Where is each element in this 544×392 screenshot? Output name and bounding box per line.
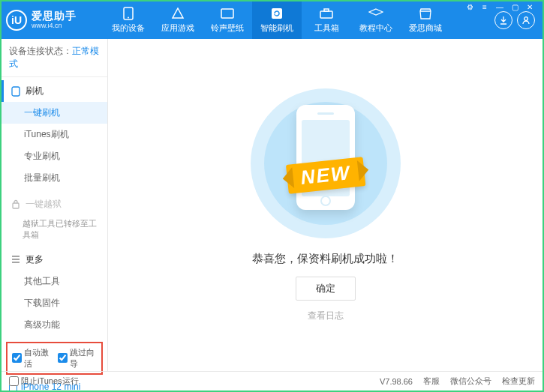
lock-icon [11,199,21,210]
sidebar-item-batch-flash[interactable]: 批量刷机 [2,167,107,189]
section-title: 刷机 [26,85,44,97]
check-update-link[interactable]: 检查更新 [502,376,535,387]
svg-point-6 [524,17,528,21]
wallpaper-icon [220,7,235,20]
body: 设备连接状态：正常模式 刷机 一键刷机 iTunes刷机 专业刷机 批量刷机 一… [2,39,542,371]
svg-rect-3 [272,8,282,19]
ok-button[interactable]: 确定 [296,277,356,301]
checkbox-auto-activate[interactable]: 自动激活 [12,347,52,370]
download-button[interactable] [494,11,512,29]
checkbox-label: 阻止iTunes运行 [21,376,79,387]
maximize-icon[interactable]: ▢ [509,3,520,11]
graduation-icon [368,7,383,20]
nav-ringtone-wallpaper[interactable]: 铃声壁纸 [203,1,252,39]
checkbox-label: 跳过向导 [70,347,98,370]
app-title: 爱思助手 [32,10,77,22]
close-icon[interactable]: ✕ [524,3,535,11]
nav-label: 应用游戏 [161,22,194,34]
checkbox-label: 自动激活 [24,347,52,370]
store-icon [418,7,433,20]
nav-label: 我的设备 [112,22,145,34]
refresh-icon [269,7,284,20]
top-nav: 我的设备 应用游戏 铃声壁纸 智能刷机 工具箱 教程中心 [104,1,494,39]
menu-icon[interactable]: ≡ [479,3,490,11]
wechat-link[interactable]: 微信公众号 [450,376,491,387]
success-message: 恭喜您，保资料刷机成功啦！ [252,252,398,266]
section-jailbreak: 一键越狱 越狱工具已转移至工具箱 [2,190,107,246]
sidebar-item-other-tools[interactable]: 其他工具 [2,271,107,292]
version-label: V7.98.66 [380,377,413,386]
svg-rect-2 [221,9,233,18]
nav-smart-flash[interactable]: 智能刷机 [252,1,302,39]
conn-label: 设备连接状态： [9,46,72,56]
section-title: 更多 [26,253,44,266]
section-head-more[interactable]: 更多 [2,249,107,271]
settings-icon[interactable]: ⚙ [464,3,475,11]
section-head-jailbreak[interactable]: 一键越狱 [2,193,107,215]
section-title: 一键越狱 [26,198,62,211]
logo-icon: iU [6,10,27,31]
nav-tutorials[interactable]: 教程中心 [351,1,401,39]
nav-label: 工具箱 [314,22,339,34]
nav-my-device[interactable]: 我的设备 [104,1,153,39]
app-logo: iU 爱思助手 www.i4.cn [6,10,104,31]
nav-label: 爱思商城 [409,22,442,34]
jailbreak-note: 越狱工具已转移至工具箱 [23,218,98,241]
sidebar-item-download-firmware[interactable]: 下载固件 [2,292,107,314]
nav-apps-games[interactable]: 应用游戏 [153,1,203,39]
view-log-link[interactable]: 查看日志 [308,310,344,322]
svg-rect-4 [320,11,332,18]
checkbox-skip-guide[interactable]: 跳过向导 [58,347,98,370]
app-window: ⚙ ≡ — ▢ ✕ iU 爱思助手 www.i4.cn 我的设备 应用游戏 铃声 [0,0,544,392]
sidebar: 设备连接状态：正常模式 刷机 一键刷机 iTunes刷机 专业刷机 批量刷机 一… [2,39,108,371]
svg-rect-5 [324,9,329,11]
svg-rect-8 [13,203,19,208]
apps-icon [170,7,185,20]
statusbar: 阻止iTunes运行 V7.98.66 客服 微信公众号 检查更新 [2,371,542,391]
section-more: 更多 其他工具 下载固件 高级功能 [2,246,107,337]
sidebar-item-itunes-flash[interactable]: iTunes刷机 [2,124,107,145]
titlebar: iU 爱思助手 www.i4.cn 我的设备 应用游戏 铃声壁纸 智能刷机 [2,1,542,39]
nav-label: 铃声壁纸 [211,22,244,34]
app-subtitle: www.i4.cn [32,22,77,30]
section-flash: 刷机 一键刷机 iTunes刷机 专业刷机 批量刷机 [2,77,107,190]
titlebar-right [494,11,535,29]
window-controls: ⚙ ≡ — ▢ ✕ [464,3,535,11]
success-illustration: NEW [251,88,401,238]
sidebar-item-advanced[interactable]: 高级功能 [2,314,107,336]
nav-label: 教程中心 [359,22,392,34]
list-icon [11,254,21,265]
toolbox-icon [319,7,334,20]
checkbox-block-itunes[interactable]: 阻止iTunes运行 [9,376,79,387]
nav-store[interactable]: 爱思商城 [401,1,450,39]
user-button[interactable] [517,11,535,29]
phone-icon [121,7,136,20]
sidebar-item-pro-flash[interactable]: 专业刷机 [2,145,107,167]
svg-rect-7 [12,87,20,96]
section-head-flash[interactable]: 刷机 [2,80,107,102]
main-content: NEW 恭喜您，保资料刷机成功啦！ 确定 查看日志 [108,39,542,371]
connection-status: 设备连接状态：正常模式 [2,39,107,77]
flash-icon [11,86,21,97]
options-highlight: 自动激活 跳过向导 [6,342,103,375]
sidebar-item-oneclick-flash[interactable]: 一键刷机 [2,102,107,124]
phone-icon [296,105,355,210]
customer-service-link[interactable]: 客服 [423,376,440,387]
svg-point-1 [128,17,129,19]
nav-label: 智能刷机 [260,22,293,34]
minimize-icon[interactable]: — [494,3,505,11]
nav-toolbox[interactable]: 工具箱 [302,1,351,39]
